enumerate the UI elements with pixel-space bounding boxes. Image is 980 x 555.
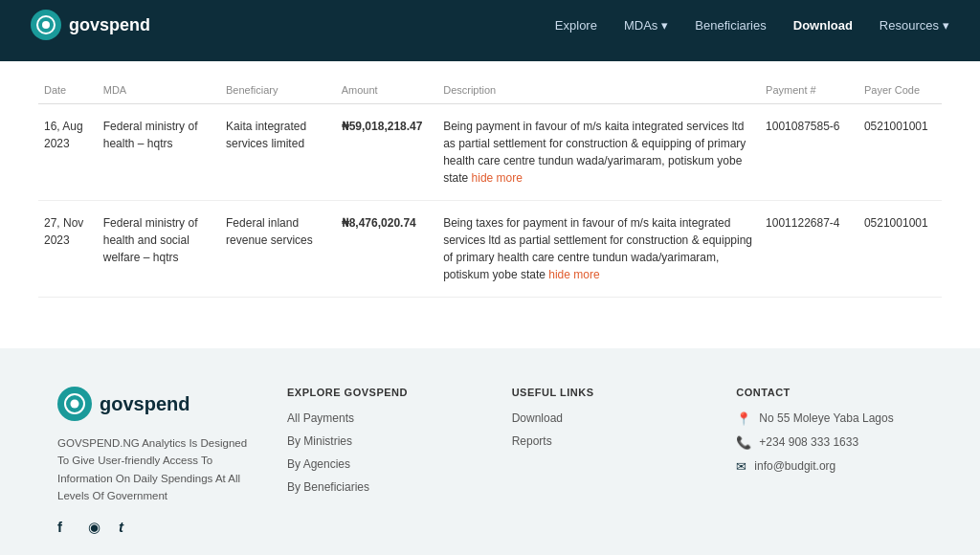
row2-mda: Federal ministry of health and social we… bbox=[98, 201, 220, 298]
footer: govspend GOVSPEND.NG Analytics Is Design… bbox=[0, 348, 980, 555]
svg-point-1 bbox=[42, 21, 50, 29]
row2-payer: 0521001001 bbox=[858, 201, 942, 298]
footer-brand: govspend GOVSPEND.NG Analytics Is Design… bbox=[57, 387, 249, 540]
row1-payer: 0521001001 bbox=[858, 104, 942, 201]
footer-download-link[interactable]: Download bbox=[512, 411, 699, 425]
instagram-icon[interactable]: ◉ bbox=[88, 519, 109, 540]
row1-hide-more[interactable]: hide more bbox=[472, 171, 523, 185]
table-row: 16, Aug 2023 Federal ministry of health … bbox=[38, 104, 942, 201]
chevron-down-icon: ▾ bbox=[661, 18, 668, 33]
data-table: Date MDA Beneficiary Amount Description … bbox=[38, 77, 942, 298]
row1-date: 16, Aug 2023 bbox=[38, 104, 98, 201]
nav-mdas[interactable]: MDAs ▾ bbox=[624, 18, 668, 33]
location-icon: 📍 bbox=[736, 411, 751, 426]
footer-logo: govspend bbox=[57, 387, 249, 421]
row2-hide-more[interactable]: hide more bbox=[548, 268, 599, 281]
row2-description: Being taxes for payment in favour of m/s… bbox=[437, 201, 760, 298]
tab-bar bbox=[0, 50, 980, 61]
footer-contact-title: CONTACT bbox=[736, 387, 923, 398]
footer-social: f ◉ t bbox=[57, 519, 249, 540]
logo-icon bbox=[31, 10, 61, 40]
footer-explore-col: EXPLORE GOVSPEND All Payments By Ministr… bbox=[287, 387, 474, 540]
nav-explore[interactable]: Explore bbox=[555, 18, 597, 33]
footer-contact-col: CONTACT 📍 No 55 Moleye Yaba Lagos 📞 +234… bbox=[736, 387, 923, 540]
col-header-payment: Payment # bbox=[760, 77, 858, 104]
nav-resources[interactable]: Resources ▾ bbox=[880, 18, 949, 33]
svg-point-3 bbox=[71, 400, 79, 409]
footer-by-beneficiaries[interactable]: By Beneficiaries bbox=[287, 480, 474, 494]
row1-beneficiary: Kaita integrated services limited bbox=[220, 104, 336, 201]
row2-beneficiary: Federal inland revenue services bbox=[220, 201, 336, 298]
footer-contact-phone: 📞 +234 908 333 1633 bbox=[736, 435, 923, 450]
footer-by-agencies[interactable]: By Agencies bbox=[287, 457, 474, 471]
footer-reports-link[interactable]: Reports bbox=[512, 434, 699, 448]
header: govspend Explore MDAs ▾ Beneficiaries Do… bbox=[0, 0, 980, 50]
header-logo: govspend bbox=[31, 10, 150, 40]
row1-description: Being payment in favour of m/s kaita int… bbox=[437, 104, 760, 201]
facebook-icon[interactable]: f bbox=[57, 519, 78, 540]
footer-all-payments[interactable]: All Payments bbox=[287, 411, 474, 425]
twitter-icon[interactable]: t bbox=[119, 519, 140, 540]
row2-payment: 1001122687-4 bbox=[760, 201, 858, 298]
footer-contact-address: 📍 No 55 Moleye Yaba Lagos bbox=[736, 411, 923, 426]
header-nav: Explore MDAs ▾ Beneficiaries Download Re… bbox=[555, 18, 949, 33]
main-content: Date MDA Beneficiary Amount Description … bbox=[0, 61, 980, 348]
footer-useful-links-title: USEFUL LINKS bbox=[512, 387, 699, 398]
footer-logo-icon bbox=[57, 387, 92, 421]
footer-by-ministries[interactable]: By Ministries bbox=[287, 434, 474, 448]
row1-amount: ₦59,018,218.47 bbox=[336, 104, 438, 201]
row1-payment: 1001087585-6 bbox=[760, 104, 858, 201]
row2-date: 27, Nov 2023 bbox=[38, 201, 98, 298]
row1-mda: Federal ministry of health – hqtrs bbox=[98, 104, 220, 201]
col-header-date: Date bbox=[38, 77, 98, 104]
col-header-beneficiary: Beneficiary bbox=[220, 77, 336, 104]
nav-download[interactable]: Download bbox=[793, 18, 853, 33]
chevron-down-icon: ▾ bbox=[943, 18, 949, 33]
footer-explore-title: EXPLORE GOVSPEND bbox=[287, 387, 474, 398]
col-header-mda: MDA bbox=[98, 77, 220, 104]
nav-beneficiaries[interactable]: Beneficiaries bbox=[695, 18, 766, 33]
footer-logo-text: govspend bbox=[100, 393, 189, 415]
col-header-amount: Amount bbox=[336, 77, 438, 104]
col-header-payer: Payer Code bbox=[858, 77, 942, 104]
footer-useful-links-col: USEFUL LINKS Download Reports bbox=[512, 387, 699, 540]
email-icon: ✉ bbox=[736, 459, 746, 474]
row2-amount: ₦8,476,020.74 bbox=[336, 201, 438, 298]
phone-icon: 📞 bbox=[736, 435, 751, 450]
logo-text: govspend bbox=[69, 15, 150, 35]
footer-contact-email: ✉ info@budgit.org bbox=[736, 459, 923, 474]
footer-description: GOVSPEND.NG Analytics Is Designed To Giv… bbox=[57, 434, 249, 505]
table-row: 27, Nov 2023 Federal ministry of health … bbox=[38, 201, 942, 298]
col-header-description: Description bbox=[437, 77, 760, 104]
